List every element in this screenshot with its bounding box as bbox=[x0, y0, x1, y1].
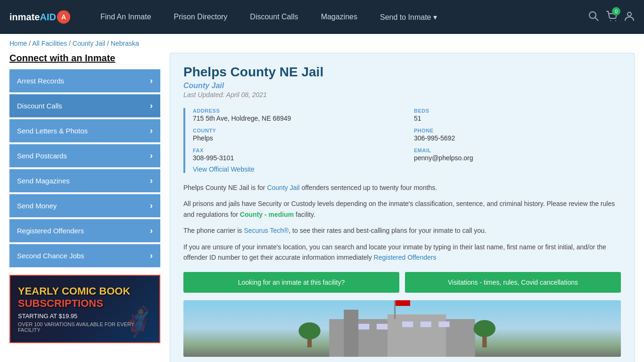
chevron-right-icon: › bbox=[150, 251, 153, 261]
ad-title-line1: YEARLY COMIC BOOK bbox=[18, 285, 152, 297]
svg-point-5 bbox=[615, 20, 616, 21]
info-grid: ADDRESS 715 5th Ave, Holdrege, NE 68949 … bbox=[193, 108, 621, 162]
svg-rect-12 bbox=[377, 324, 388, 329]
looking-for-inmate-button[interactable]: Looking for an inmate at this facility? bbox=[183, 272, 399, 293]
cart-button[interactable]: 0 bbox=[606, 11, 617, 24]
county-block: COUNTY Phelps bbox=[193, 128, 400, 142]
view-website: View Official Website bbox=[193, 165, 621, 173]
sidebar-ad[interactable]: YEARLY COMIC BOOK SUBSCRIPTIONS STARTING… bbox=[9, 275, 160, 343]
facility-image-inner bbox=[183, 300, 621, 357]
sidebar-menu: Arrest Records › Discount Calls › Send L… bbox=[9, 69, 160, 267]
facility-type: County Jail bbox=[183, 82, 621, 90]
logo-icon: A bbox=[57, 10, 70, 24]
desc-para1: Phelps County NE Jail is for County Jail… bbox=[183, 182, 621, 193]
sidebar-item-arrest-records[interactable]: Arrest Records › bbox=[9, 69, 160, 92]
address-value: 715 5th Ave, Holdrege, NE 68949 bbox=[193, 115, 400, 122]
search-button[interactable] bbox=[588, 11, 599, 24]
beds-label: BEDS bbox=[414, 108, 621, 114]
chevron-right-icon: › bbox=[150, 176, 153, 186]
action-buttons: Looking for an inmate at this facility? … bbox=[183, 272, 621, 293]
svg-rect-10 bbox=[388, 314, 446, 357]
logo-text: inmate bbox=[9, 12, 40, 23]
svg-point-17 bbox=[298, 322, 320, 339]
sidebar-item-second-chance-jobs[interactable]: Second Chance Jobs › bbox=[9, 244, 160, 267]
svg-rect-15 bbox=[438, 321, 449, 327]
breadcrumb-home[interactable]: Home bbox=[9, 40, 27, 47]
svg-rect-9 bbox=[344, 310, 358, 357]
breadcrumb: Home / All Facilities / County Jail / Ne… bbox=[0, 34, 644, 53]
email-block: EMAIL penny@phelpso.org bbox=[414, 148, 621, 162]
facility-info: ADDRESS 715 5th Ave, Holdrege, NE 68949 … bbox=[183, 108, 621, 173]
desc-para4: If you are unsure of your inmate's locat… bbox=[183, 242, 621, 263]
svg-rect-13 bbox=[402, 321, 413, 327]
facility-updated: Last Updated: April 08, 2021 bbox=[183, 91, 621, 99]
breadcrumb-state[interactable]: Nebraska bbox=[111, 40, 139, 47]
svg-rect-11 bbox=[358, 324, 369, 329]
svg-rect-21 bbox=[396, 300, 410, 306]
ad-hero-icon: 🦸 bbox=[120, 305, 156, 338]
svg-point-19 bbox=[474, 320, 495, 337]
sidebar-item-label: Send Letters & Photos bbox=[17, 127, 88, 135]
chevron-right-icon: › bbox=[150, 151, 153, 161]
facility-card: Phelps County NE Jail County Jail Last U… bbox=[170, 53, 635, 362]
nav-icons: 0 bbox=[588, 11, 635, 24]
beds-block: BEDS 51 bbox=[414, 108, 621, 122]
logo-aid: AID bbox=[40, 12, 56, 23]
main-layout: Connect with an Inmate Arrest Records › … bbox=[0, 53, 644, 362]
sidebar-item-label: Send Postcards bbox=[17, 152, 67, 160]
registered-offenders-link[interactable]: Registered Offenders bbox=[374, 254, 437, 261]
chevron-right-icon: › bbox=[150, 101, 153, 111]
user-button[interactable] bbox=[624, 11, 635, 24]
nav-links: Find An Inmate Prison Directory Discount… bbox=[89, 0, 588, 34]
nav-prison-directory[interactable]: Prison Directory bbox=[163, 0, 239, 34]
chevron-right-icon: › bbox=[150, 226, 153, 236]
sidebar-item-label: Discount Calls bbox=[17, 102, 62, 110]
fax-value: 308-995-3101 bbox=[193, 154, 400, 162]
svg-rect-14 bbox=[421, 321, 431, 327]
desc-para2: All prisons and jails have Security or C… bbox=[183, 198, 621, 220]
nav-discount-calls[interactable]: Discount Calls bbox=[239, 0, 309, 34]
nav-magazines[interactable]: Magazines bbox=[310, 0, 369, 34]
content: Phelps County NE Jail County Jail Last U… bbox=[170, 53, 635, 362]
sidebar-item-label: Arrest Records bbox=[17, 77, 64, 85]
email-value: penny@phelpso.org bbox=[414, 154, 621, 162]
county-jail-link[interactable]: County Jail bbox=[267, 184, 299, 191]
breadcrumb-county-jail[interactable]: County Jail bbox=[73, 40, 105, 47]
phone-block: PHONE 306-995-5692 bbox=[414, 128, 621, 142]
cart-count: 0 bbox=[612, 7, 620, 16]
sidebar-item-registered-offenders[interactable]: Registered Offenders › bbox=[9, 219, 160, 242]
description: Phelps County NE Jail is for County Jail… bbox=[183, 182, 621, 263]
visitations-button[interactable]: Visitations - times, rules, Covid cancel… bbox=[405, 272, 621, 293]
sidebar: Connect with an Inmate Arrest Records › … bbox=[9, 53, 160, 362]
svg-text:A: A bbox=[61, 13, 66, 21]
sidebar-item-label: Second Chance Jobs bbox=[17, 252, 84, 260]
sidebar-title: Connect with an Inmate bbox=[9, 53, 160, 64]
fax-label: FAX bbox=[193, 148, 400, 153]
svg-line-3 bbox=[595, 17, 598, 21]
breadcrumb-all-facilities[interactable]: All Facilities bbox=[32, 40, 67, 47]
sidebar-item-label: Registered Offenders bbox=[17, 227, 84, 235]
svg-point-6 bbox=[627, 12, 631, 16]
beds-value: 51 bbox=[414, 115, 621, 122]
official-website-link[interactable]: View Official Website bbox=[193, 165, 255, 173]
desc-para3: The phone carrier is Securus Tech®, to s… bbox=[183, 225, 621, 236]
facility-image bbox=[183, 300, 621, 357]
navbar: inmate AID A Find An Inmate Prison Direc… bbox=[0, 0, 644, 34]
sidebar-item-send-postcards[interactable]: Send Postcards › bbox=[9, 144, 160, 167]
address-label: ADDRESS bbox=[193, 108, 400, 114]
email-label: EMAIL bbox=[414, 148, 621, 153]
logo[interactable]: inmate AID A bbox=[9, 10, 70, 24]
nav-send-to-inmate[interactable]: Send to Inmate ▾ bbox=[369, 0, 448, 34]
sidebar-item-send-letters-photos[interactable]: Send Letters & Photos › bbox=[9, 119, 160, 142]
sidebar-item-label: Send Money bbox=[17, 202, 57, 210]
sidebar-item-discount-calls[interactable]: Discount Calls › bbox=[9, 94, 160, 117]
phone-value: 306-995-5692 bbox=[414, 134, 621, 142]
address-block: ADDRESS 715 5th Ave, Holdrege, NE 68949 bbox=[193, 108, 400, 122]
sidebar-item-send-magazines[interactable]: Send Magazines › bbox=[9, 169, 160, 192]
nav-find-an-inmate[interactable]: Find An Inmate bbox=[89, 0, 163, 34]
svg-point-2 bbox=[589, 12, 596, 18]
facility-name: Phelps County NE Jail bbox=[183, 65, 621, 80]
securus-tech-link[interactable]: Securus Tech® bbox=[244, 227, 289, 234]
sidebar-item-send-money[interactable]: Send Money › bbox=[9, 194, 160, 217]
county-medium-link[interactable]: County - medium bbox=[240, 211, 294, 218]
